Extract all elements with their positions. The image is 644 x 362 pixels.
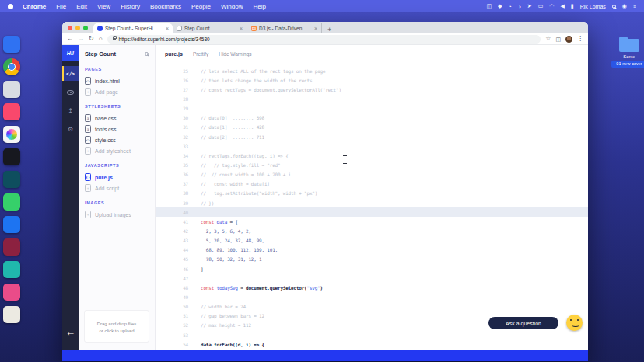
code-line[interactable]: 43 5, 20, 24, 32, 48, 99, [156, 236, 588, 245]
code-line[interactable]: 33 [156, 141, 588, 151]
code-line[interactable]: 30// data[0] ........ 598 [156, 113, 588, 123]
code-line[interactable]: 25// lets select ALL of the rect tags on… [156, 66, 588, 75]
code-line[interactable]: 47 [156, 273, 588, 283]
menu-item-people[interactable]: People [191, 3, 211, 10]
clock-icon[interactable]: ◑ [518, 4, 521, 9]
menu-item-history[interactable]: History [121, 3, 140, 10]
menu-item-help[interactable]: Help [253, 3, 265, 10]
code-line[interactable]: 42 2, 3, 5, 6, 4, 2, [156, 226, 588, 235]
back-icon[interactable]: ← [67, 36, 73, 42]
menu-item-edit[interactable]: Edit [76, 3, 87, 10]
dock-soundcloud-icon[interactable] [3, 261, 20, 278]
code-line[interactable]: 41const data = [ [156, 217, 588, 226]
menu-item-file[interactable]: File [56, 3, 66, 10]
hide-warnings-button[interactable]: Hide Warnings [219, 51, 251, 57]
dock-trash-icon[interactable] [3, 306, 20, 323]
sidebar-add-item-add-script[interactable]: +Add script [85, 183, 149, 193]
profile-avatar[interactable] [565, 36, 572, 43]
sidebar-add-item-add-page[interactable]: +Add page [85, 86, 149, 97]
forward-icon[interactable]: → [78, 36, 84, 42]
menubar-username[interactable]: Rik Lomas [580, 4, 606, 9]
dock-whatsapp-icon[interactable] [3, 193, 20, 211]
code-line[interactable]: 46] [156, 264, 588, 273]
menu-item-chrome[interactable]: Chrome [23, 3, 46, 10]
desktop-selected-file-label[interactable]: 01-new-cover [611, 61, 644, 68]
dock-camera-icon[interactable] [3, 81, 20, 98]
code-line[interactable]: 29 [156, 104, 588, 113]
mirror-icon[interactable]: ◫ [486, 3, 492, 9]
sidebar-file-item-pure-js[interactable]: {}pure.js [85, 172, 149, 183]
display-icon[interactable]: ▭ [538, 3, 544, 9]
menu-item-window[interactable]: Window [221, 3, 243, 10]
minimize-window-button[interactable] [75, 26, 80, 30]
sidebar-file-item-style-css[interactable]: <>style.css [85, 134, 149, 145]
code-line[interactable]: 28 [156, 94, 588, 103]
open-file-tab[interactable]: pure.js [165, 51, 183, 57]
dock-finder-icon[interactable] [3, 36, 20, 53]
settings-button[interactable]: ⚙ [62, 122, 79, 137]
prettify-button[interactable]: Prettify [193, 51, 208, 57]
zoom-window-button[interactable] [83, 26, 88, 30]
code-line[interactable]: 48const todaySvg = document.querySelecto… [156, 283, 588, 292]
address-bar[interactable]: https://editor.superhi.com/projects/3453… [107, 35, 541, 44]
dock-chrome-icon[interactable] [3, 58, 20, 75]
tab-close-icon[interactable]: × [314, 26, 317, 31]
dock-dribbble-icon[interactable] [3, 284, 20, 301]
sidebar-file-item-base-css[interactable]: abase.css [85, 113, 149, 124]
browser-tab[interactable]: Step Count× [173, 23, 247, 33]
volume-icon[interactable]: ◀ [560, 3, 564, 9]
code-area[interactable]: 25// lets select ALL of the rect tags on… [156, 63, 588, 350]
code-line[interactable]: 45 78, 50, 32, 31, 12, 1 [156, 255, 588, 264]
apple-menu-icon[interactable] [8, 4, 13, 9]
code-line[interactable]: 31// data[1] ........ 428 [156, 123, 588, 132]
search-icon[interactable] [145, 52, 149, 56]
dock-music-icon[interactable] [3, 103, 20, 120]
code-line[interactable]: 44 68, 89, 100, 112, 109, 101, [156, 245, 588, 255]
code-line[interactable]: 26// then lets change the width of the r… [156, 75, 588, 85]
desktop-folder-icon[interactable] [619, 39, 639, 52]
browser-tab[interactable]: D3D3.js - Data-Driven Documen× [247, 23, 322, 33]
reload-icon[interactable]: ↻ [89, 36, 94, 42]
search-icon[interactable] [612, 5, 616, 9]
url-text[interactable]: https://editor.superhi.com/projects/3453… [119, 37, 210, 42]
notification-menu-icon[interactable]: ≡ [633, 4, 636, 9]
sidebar-add-item-upload-images[interactable]: +Upload images [85, 209, 149, 220]
dock-terminal-icon[interactable] [3, 148, 20, 165]
siri-icon[interactable]: ◉ [622, 3, 627, 9]
shield-icon[interactable]: ◆ [498, 3, 502, 9]
location-icon[interactable]: ➤ [527, 3, 532, 9]
code-line[interactable]: 35// // tag.style.fill = "red" [156, 160, 588, 169]
code-line[interactable]: 50// width bar = 24 [156, 302, 588, 312]
share-button[interactable]: ↥ [62, 103, 79, 118]
back-to-dashboard-button[interactable]: ← [62, 326, 79, 338]
browser-tab[interactable]: Step Count - SuperHi× [93, 23, 173, 33]
superhi-logo[interactable]: Hi! [62, 45, 79, 61]
sidebar-file-item-fonts-css[interactable]: afonts.css [85, 124, 149, 134]
dock-notes-icon[interactable] [3, 171, 20, 188]
keyboard-icon[interactable]: ▮ [571, 3, 574, 9]
code-line[interactable]: 49 [156, 292, 588, 301]
code-view-button[interactable]: </> [62, 66, 79, 81]
tab-close-icon[interactable]: × [166, 26, 169, 31]
browser-menu-icon[interactable]: ⋮ [577, 36, 583, 42]
code-line[interactable]: 37// const width = data[i] [156, 179, 588, 189]
menu-item-view[interactable]: View [97, 3, 110, 10]
code-line[interactable]: 38// tag.setAttribute("width", width + "… [156, 189, 588, 198]
code-line[interactable]: 54data.forEach((d, i) => { [156, 339, 588, 349]
code-line[interactable]: 32// data[2] ........ 711 [156, 132, 588, 141]
new-tab-button[interactable]: + [322, 26, 337, 33]
sidebar-add-item-add-stylesheet[interactable]: +Add stylesheet [85, 145, 149, 156]
menu-item-bookmarks[interactable]: Bookmarks [150, 3, 181, 10]
close-window-button[interactable] [68, 26, 72, 30]
code-line[interactable]: 39// }) [156, 198, 588, 207]
code-line[interactable]: 27// const rectTags = document.querySele… [156, 85, 588, 94]
help-smiley-icon[interactable] [566, 315, 583, 331]
ask-question-button[interactable]: Ask a question [488, 317, 558, 329]
bookmark-star-icon[interactable]: ☆ [545, 36, 551, 42]
dock-pocket-icon[interactable] [3, 238, 20, 256]
sidebar-file-item-index-html[interactable]: <>index.html [85, 75, 149, 86]
code-line[interactable]: 36// // const width = 100 + 200 + i [156, 170, 588, 179]
timer-icon[interactable]: ◔ [508, 4, 511, 9]
preview-button[interactable] [62, 85, 79, 99]
code-line[interactable]: 40 [156, 207, 588, 217]
